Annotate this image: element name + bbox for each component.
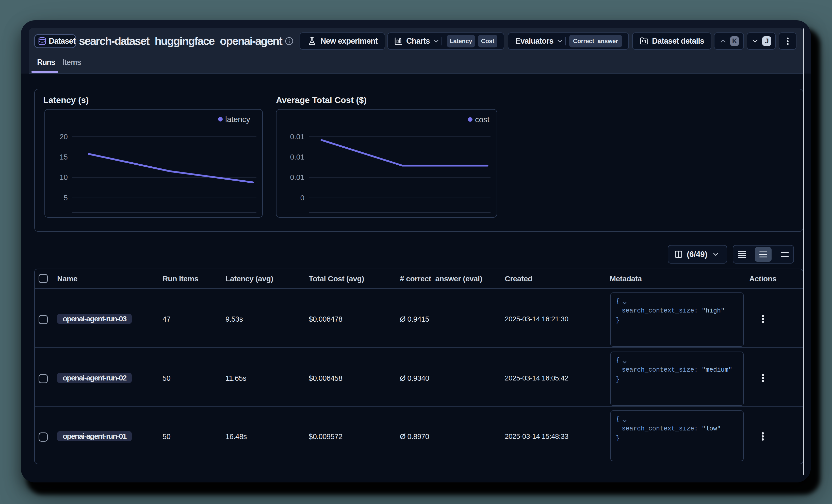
svg-text:20: 20 (60, 133, 68, 141)
svg-text:5: 5 (64, 194, 68, 202)
svg-text:10: 10 (60, 173, 68, 181)
svg-text:15: 15 (60, 153, 68, 161)
svg-text:0.01: 0.01 (290, 133, 305, 141)
svg-text:latency: latency (225, 115, 250, 124)
svg-text:0.01: 0.01 (290, 173, 305, 181)
svg-text:0.01: 0.01 (290, 153, 305, 161)
svg-text:cost: cost (475, 115, 490, 124)
svg-text:0: 0 (301, 194, 305, 202)
